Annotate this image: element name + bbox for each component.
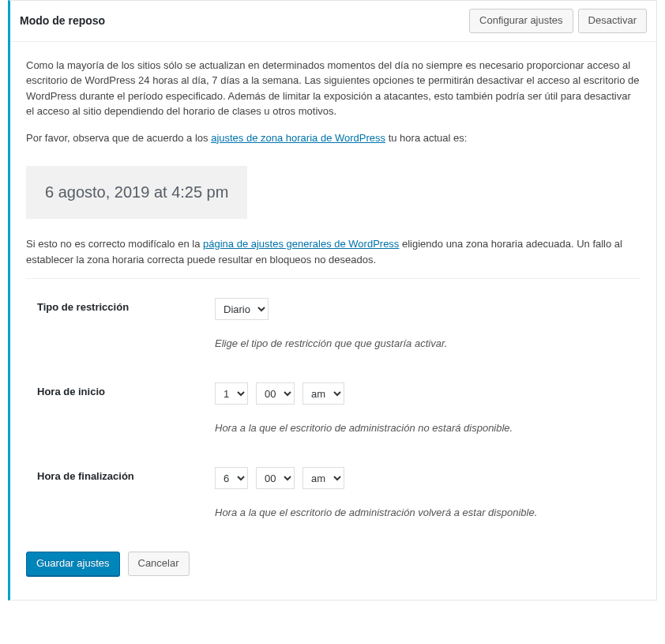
intro-p2-after: tu hora actual es: <box>385 132 467 144</box>
start-time-label: Hora de inicio <box>37 382 215 397</box>
intro-p3-before: Si esto no es correcto modifícalo en la <box>26 238 203 250</box>
end-ampm-select[interactable]: am <box>302 467 344 489</box>
intro-paragraph-1: Como la mayoría de los sitios sólo se ac… <box>26 58 641 119</box>
panel-title: Modo de reposo <box>20 14 105 27</box>
intro-p2-before: Por favor, observa que de acuerdo a los <box>26 132 211 144</box>
intro-paragraph-3: Si esto no es correcto modifícalo en la … <box>26 236 641 267</box>
end-hour-select[interactable]: 6 <box>215 467 248 489</box>
restriction-type-help: Elige el tipo de restricción que que gus… <box>215 337 641 349</box>
end-time-label: Hora de finalización <box>37 467 215 482</box>
start-ampm-select[interactable]: am <box>302 382 344 405</box>
divider <box>26 278 641 279</box>
intro-paragraph-2: Por favor, observa que de acuerdo a los … <box>26 130 641 146</box>
general-settings-link[interactable]: página de ajustes generales de WordPress <box>203 238 399 250</box>
save-button[interactable]: Guardar ajustes <box>26 552 120 576</box>
restriction-type-select[interactable]: Diario <box>215 298 269 320</box>
configure-settings-button[interactable]: Configurar ajustes <box>469 9 573 33</box>
deactivate-button[interactable]: Desactivar <box>578 9 647 33</box>
end-minute-select[interactable]: 00 <box>256 467 295 489</box>
end-time-help: Hora a la que el escritorio de administr… <box>215 507 641 518</box>
restriction-type-label: Tipo de restricción <box>37 298 215 313</box>
start-minute-select[interactable]: 00 <box>256 382 295 405</box>
panel-header: Modo de reposo Configurar ajustes Desact… <box>10 1 656 42</box>
current-time-box: 6 agosto, 2019 at 4:25 pm <box>26 166 247 219</box>
cancel-button[interactable]: Cancelar <box>128 552 190 576</box>
start-hour-select[interactable]: 1 <box>215 382 248 405</box>
timezone-settings-link[interactable]: ajustes de zona horaria de WordPress <box>211 132 385 144</box>
start-time-help: Hora a la que el escritorio de administr… <box>215 422 641 434</box>
